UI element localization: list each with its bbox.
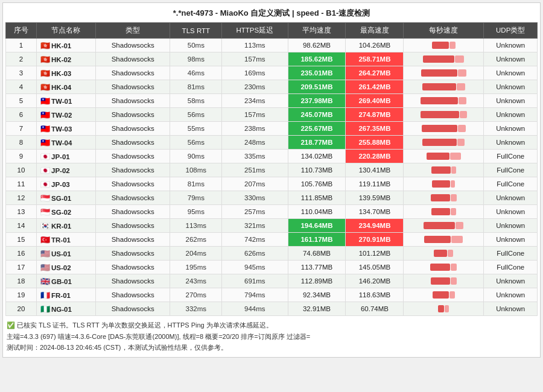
speed-bar [406,165,481,175]
bar-red [434,250,447,257]
cell-name: 🇯🇵JP-01 [37,150,96,163]
cell-max: 267.35MB [346,122,404,136]
cell-bar [404,177,484,191]
bar-red [422,83,456,90]
cell-udp: Unknown [484,80,538,94]
cell-https: 257ms [222,205,288,219]
bar-red [438,305,444,312]
flag-icon: 🇭🇰 [40,41,50,50]
cell-id: 8 [6,136,37,150]
cell-type: Shadowsocks [95,288,170,302]
cell-max: 234.94MB [346,219,404,233]
bar-pink [449,42,456,49]
cell-type: Shadowsocks [95,274,170,288]
cell-id: 6 [6,108,37,122]
cell-https: 207ms [222,177,288,191]
cell-udp: Unknown [484,274,538,288]
cell-bar [404,163,484,177]
cell-udp: Unknown [484,219,538,233]
bar-pink [457,139,465,146]
table-row: 12 🇸🇬SG-01 Shadowsocks 79ms 330ms 111.85… [6,191,538,205]
table-row: 6 🇹🇼TW-02 Shadowsocks 56ms 157ms 245.07M… [6,108,538,122]
cell-name: 🇯🇵JP-03 [37,177,96,191]
cell-max: 101.12MB [346,247,404,261]
cell-udp: FullCone [484,261,538,274]
bar-pink [448,250,453,257]
footer-line1: ✅ 已核实 TLS 证书。TLS RTT 为单次数据交换延迟，HTTPS Pin… [7,320,536,331]
cell-name: 🇰🇷KR-01 [37,219,96,233]
table-header: 序号 节点名称 类型 TLS RTT HTTPS延迟 平均速度 最高速度 每秒速… [6,23,538,39]
cell-avg: 237.98MB [288,94,346,108]
speed-bar [406,221,481,230]
bar-pink [451,236,463,243]
bar-red [431,194,450,201]
cell-https: 321ms [222,219,288,233]
bar-pink [455,55,464,63]
flag-icon: 🇸🇬 [40,194,50,203]
cell-avg: 105.76MB [288,177,346,191]
cell-name: 🇯🇵JP-02 [37,163,96,177]
cell-https: 251ms [222,163,288,177]
cell-tls: 332ms [170,302,222,316]
cell-https: 742ms [222,233,288,247]
cell-name: 🇬🇧GB-01 [37,274,96,288]
speed-bar [406,193,481,203]
cell-type: Shadowsocks [95,302,170,316]
cell-type: Shadowsocks [95,136,170,150]
cell-avg: 225.67MB [288,122,346,136]
bar-red [432,180,450,188]
cell-max: 130.41MB [346,163,404,177]
cell-max: 270.91MB [346,233,404,247]
cell-bar [404,66,484,80]
cell-max: 145.05MB [346,261,404,274]
speed-bar [406,262,481,272]
table-row: 18 🇬🇧GB-01 Shadowsocks 243ms 691ms 112.8… [6,274,538,288]
table-row: 20 🇳🇬NG-01 Shadowsocks 332ms 944ms 32.91… [6,302,538,316]
cell-name: 🇭🇰HK-04 [37,80,96,94]
bar-pink [449,291,455,299]
bar-pink [451,264,457,271]
bar-pink [445,305,449,312]
bar-red [431,208,450,215]
cell-avg: 209.51MB [288,80,346,94]
bar-pink [451,166,456,174]
flag-icon: 🇯🇵 [40,180,50,189]
speed-bar [406,151,481,161]
cell-max: 134.70MB [346,205,404,219]
cell-bar [404,261,484,274]
cell-https: 691ms [222,274,288,288]
cell-https: 330ms [222,191,288,205]
cell-avg: 245.07MB [288,108,346,122]
cell-bar [404,233,484,247]
cell-type: Shadowsocks [95,219,170,233]
speed-bar [406,40,481,50]
cell-id: 16 [6,247,37,261]
cell-https: 248ms [222,136,288,150]
cell-id: 11 [6,177,37,191]
cell-id: 1 [6,39,37,52]
cell-tls: 81ms [170,177,222,191]
page-title: *.*net-4973 - MiaoKo 自定义测试 | speed - B1-… [5,5,538,22]
col-bar: 每秒速度 [404,23,484,39]
cell-https: 794ms [222,288,288,302]
cell-udp: FullCone [484,177,538,191]
bar-red [427,153,449,160]
cell-https: 944ms [222,302,288,316]
table-row: 3 🇭🇰HK-03 Shadowsocks 46ms 169ms 235.01M… [6,66,538,80]
cell-name: 🇺🇸US-01 [37,247,96,261]
col-udp: UDP类型 [484,23,538,39]
cell-avg: 185.62MB [288,52,346,66]
cell-avg: 110.73MB [288,163,346,177]
cell-tls: 95ms [170,205,222,219]
cell-udp: Unknown [484,39,538,52]
table-row: 19 🇫🇷FR-01 Shadowsocks 270ms 794ms 92.34… [6,288,538,302]
bar-red [423,55,454,63]
cell-name: 🇸🇬SG-02 [37,205,96,219]
table-row: 11 🇯🇵JP-03 Shadowsocks 81ms 207ms 105.76… [6,177,538,191]
cell-max: 220.28MB [346,150,404,163]
bar-red [421,111,459,118]
table-row: 1 🇭🇰HK-01 Shadowsocks 50ms 113ms 98.62MB… [6,39,538,52]
flag-icon: 🇳🇬 [40,305,50,314]
speed-bar [406,96,481,106]
cell-id: 18 [6,274,37,288]
